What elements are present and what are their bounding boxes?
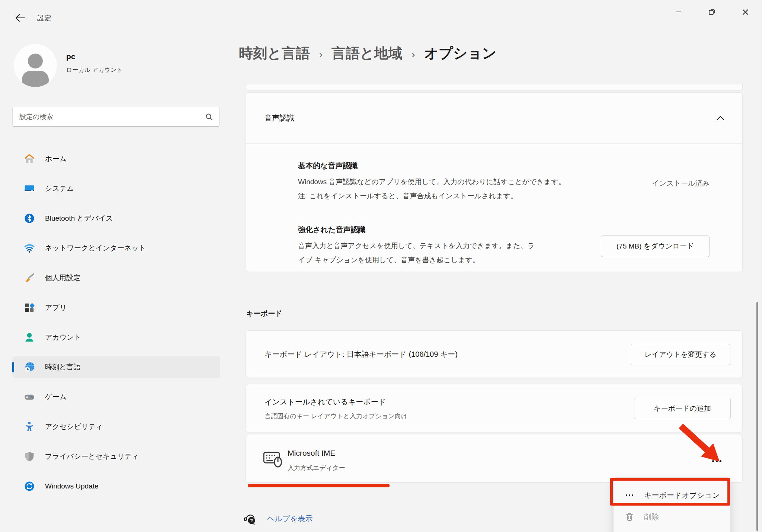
breadcrumb-options: オプション bbox=[424, 44, 496, 63]
enhanced-speech-title: 強化された音声認識 bbox=[298, 224, 623, 235]
back-button[interactable] bbox=[13, 11, 28, 25]
sidebar-item-time-language[interactable]: 時刻と言語 bbox=[12, 356, 220, 378]
avatar[interactable] bbox=[14, 44, 57, 87]
network-icon bbox=[23, 242, 35, 254]
enhanced-speech-desc-line2: イブ キャプションを使用して、音声を書き起こします。 bbox=[298, 253, 623, 267]
close-button[interactable] bbox=[729, 0, 762, 24]
partial-card-above bbox=[246, 84, 743, 90]
personalization-icon bbox=[23, 272, 35, 284]
speech-section-title: 音声認識 bbox=[265, 113, 716, 123]
selected-indicator bbox=[12, 362, 14, 372]
microsoft-ime-row: Microsoft IME 入力方式エディター bbox=[246, 435, 743, 483]
annotation-underline bbox=[248, 484, 390, 487]
speech-recognition-body: 基本的な音声認識 Windows 音声認識などのアプリを使用して、入力の代わりに… bbox=[246, 143, 743, 272]
installed-keyboards-row: インストールされているキーボード 言語固有のキー レイアウトと入力オプション向け… bbox=[246, 384, 743, 432]
more-icon bbox=[625, 494, 634, 496]
sidebar-item-apps[interactable]: アプリ bbox=[12, 297, 220, 318]
user-name: pc bbox=[66, 52, 76, 61]
menu-item-delete[interactable]: 削除 bbox=[614, 506, 730, 528]
keyboard-section-label: キーボード bbox=[246, 309, 282, 318]
more-icon bbox=[712, 460, 714, 462]
keyboard-mouse-icon bbox=[262, 448, 284, 469]
ime-more-button[interactable] bbox=[705, 455, 728, 467]
sidebar-item-system[interactable]: システム bbox=[12, 178, 220, 199]
add-keyboard-button[interactable]: キーボードの追加 bbox=[634, 398, 731, 419]
apps-icon bbox=[23, 302, 35, 314]
minimize-icon bbox=[675, 9, 681, 15]
bluetooth-icon bbox=[23, 212, 35, 224]
time-language-icon bbox=[23, 361, 35, 373]
sidebar-item-personalization[interactable]: 個人用設定 bbox=[12, 267, 220, 289]
svg-text:?: ? bbox=[250, 518, 253, 523]
gaming-icon bbox=[23, 391, 35, 403]
back-arrow-icon bbox=[15, 13, 25, 22]
speech-recognition-header[interactable]: 音声認識 bbox=[246, 92, 743, 143]
sidebar-item-accessibility[interactable]: アクセシビリティ bbox=[12, 416, 220, 438]
sidebar-item-network-internet[interactable]: ネットワークとインターネット bbox=[12, 237, 220, 259]
installed-keyboards-subtitle: 言語固有のキー レイアウトと入力オプション向け bbox=[265, 412, 407, 420]
installed-keyboards-title: インストールされているキーボード bbox=[265, 397, 386, 407]
installed-status: インストール済み bbox=[652, 176, 710, 190]
sidebar-item-windows-update[interactable]: Windows Update bbox=[12, 475, 220, 497]
privacy-icon bbox=[23, 451, 35, 462]
restore-icon bbox=[708, 9, 715, 15]
minimize-button[interactable] bbox=[662, 0, 695, 24]
breadcrumb-language-region[interactable]: 言語と地域 bbox=[332, 44, 403, 63]
windows-update-icon bbox=[23, 480, 35, 492]
home-icon bbox=[23, 153, 35, 165]
enhanced-speech-desc-line1: 音声入力と音声アクセスを使用して、テキストを入力できます。また、ラ bbox=[298, 239, 623, 253]
accounts-icon bbox=[23, 331, 35, 343]
chevron-up-icon bbox=[716, 115, 724, 121]
change-layout-button[interactable]: レイアウトを変更する bbox=[631, 344, 730, 365]
keyboard-layout-row: キーボード レイアウト: 日本語キーボード (106/109 キー) レイアウト… bbox=[246, 330, 743, 378]
trash-icon bbox=[625, 512, 634, 522]
keyboard-layout-text: キーボード レイアウト: 日本語キーボード (106/109 キー) bbox=[265, 331, 458, 378]
maximize-button[interactable] bbox=[695, 0, 729, 24]
help-row: ? ヘルプを表示 bbox=[243, 511, 313, 526]
basic-speech-note: 注: これをインストールすると、音声合成もインストールされます。 bbox=[298, 189, 623, 203]
breadcrumb-separator: › bbox=[412, 47, 415, 61]
breadcrumb-separator: › bbox=[319, 47, 323, 61]
search-input[interactable] bbox=[13, 113, 199, 121]
window-controls bbox=[662, 0, 762, 24]
download-button[interactable]: (75 MB) をダウンロード bbox=[601, 235, 710, 257]
sidebar-nav: ホーム システム Bluetooth とデバイス ネットワークとインターネット … bbox=[12, 148, 220, 505]
search-icon bbox=[199, 113, 219, 121]
account-type-label: ローカル アカウント bbox=[66, 66, 122, 74]
breadcrumb: 時刻と言語 › 言語と地域 › オプション bbox=[239, 44, 496, 63]
breadcrumb-time-language[interactable]: 時刻と言語 bbox=[239, 44, 310, 63]
accessibility-icon bbox=[23, 421, 35, 433]
sidebar-item-home[interactable]: ホーム bbox=[12, 148, 220, 170]
help-icon: ? bbox=[243, 511, 257, 526]
scrollbar-thumb[interactable] bbox=[756, 302, 758, 531]
avatar-person-icon bbox=[28, 54, 43, 68]
search-box[interactable] bbox=[12, 107, 220, 127]
close-icon bbox=[742, 9, 749, 15]
app-title: 設定 bbox=[37, 13, 51, 23]
sidebar-item-bluetooth-devices[interactable]: Bluetooth とデバイス bbox=[12, 208, 220, 229]
system-icon bbox=[23, 183, 35, 195]
ime-subtitle: 入力方式エディター bbox=[288, 464, 345, 472]
context-menu: キーボードオプション 削除 bbox=[613, 477, 730, 532]
sidebar-item-privacy-security[interactable]: プライバシーとセキュリティ bbox=[12, 446, 220, 467]
basic-speech-desc: Windows 音声認識などのアプリを使用して、入力の代わりに話すことができます… bbox=[298, 175, 623, 189]
settings-window: 設定 pc ローカル アカウント ホーム システム Bluetooth とデバイ… bbox=[0, 0, 762, 532]
ime-title: Microsoft IME bbox=[288, 449, 335, 458]
basic-speech-title: 基本的な音声認識 bbox=[298, 160, 623, 171]
show-help-link[interactable]: ヘルプを表示 bbox=[267, 514, 313, 524]
sidebar-item-accounts[interactable]: アカウント bbox=[12, 327, 220, 348]
sidebar-item-gaming[interactable]: ゲーム bbox=[12, 386, 220, 408]
menu-item-keyboard-options[interactable]: キーボードオプション bbox=[614, 484, 730, 506]
